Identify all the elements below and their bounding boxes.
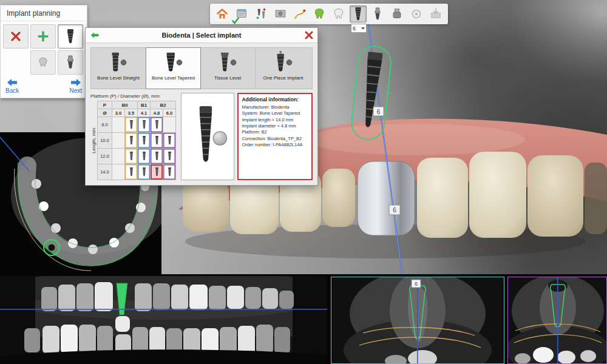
diameter-3.5: 3.5 xyxy=(125,109,138,117)
crown-icon xyxy=(332,7,345,21)
type-label: Tissue Level xyxy=(214,75,242,86)
green-tooth-icon xyxy=(313,7,326,21)
info-diameter: Implant diameter = 4.8 mm xyxy=(242,123,308,129)
screenshot-button[interactable] xyxy=(272,5,289,22)
info-manufacturer: Manufacturer: Biodenta xyxy=(242,104,308,110)
svg-text:6: 6 xyxy=(377,109,381,115)
implant-cell-10.0x3.0 xyxy=(112,133,125,149)
dialog-back-button[interactable] xyxy=(90,31,100,39)
diameter-4.1: 4.1 xyxy=(138,109,151,117)
implant-planning-panel: Implant planning xyxy=(0,5,87,98)
length-14.0: 14.0 xyxy=(98,164,112,180)
crown-tool-button[interactable] xyxy=(330,5,347,22)
size-selection-block: Platform (P) / Diameter (Ø), mm: Length,… xyxy=(90,93,178,180)
panoramic-view[interactable] xyxy=(0,276,327,364)
tooth-segmentation-button[interactable] xyxy=(311,5,328,22)
add-plus-icon xyxy=(38,31,49,42)
select-implant-dialog: Biodenta | Select implant Bone Level Str… xyxy=(85,27,318,186)
implant-preview-icon xyxy=(185,103,230,170)
type-one-piece[interactable]: One Piece Implant xyxy=(256,48,311,89)
prepared-crown-tooth-6 xyxy=(358,161,415,235)
implant-cell-12.0x4.8[interactable] xyxy=(151,149,163,164)
implant-size-grid: PB0B1B2Ø3.03.54.14.86.08.010.012.014.0 xyxy=(97,101,176,180)
implant-cell-8.0x4.8[interactable] xyxy=(151,117,163,133)
delete-implant-button[interactable] xyxy=(3,24,29,49)
platform-B0: B0 xyxy=(112,101,138,109)
implant-tool-button[interactable]: 6 xyxy=(350,5,367,22)
diameter-row-label: Ø xyxy=(98,109,112,117)
implant-site-label: 6 xyxy=(373,107,384,116)
implant-kit-button[interactable] xyxy=(253,5,270,22)
check-icon xyxy=(232,17,239,24)
type-bone-level-tapered[interactable]: Bone Level Tapered xyxy=(146,47,201,89)
info-connection: Connection: Biodenta_TP_B2 xyxy=(242,136,308,142)
info-platform: Platform: B2 xyxy=(242,129,308,135)
export-button xyxy=(427,5,444,22)
implant-icon xyxy=(65,29,76,44)
patient-data-button[interactable] xyxy=(233,5,250,22)
implant-kit-icon xyxy=(254,7,268,21)
info-order-number: Order number: I-PA48B2L14A xyxy=(242,142,308,148)
size-table-header: Platform (P) / Diameter (Ø), mm: xyxy=(90,93,178,101)
implant-cell-12.0x6.0[interactable] xyxy=(163,149,176,164)
implant-cell-12.0x3.5[interactable] xyxy=(125,149,138,164)
cross-section-buccal-view[interactable]: 6 xyxy=(331,277,504,364)
type-label: Bone Level Tapered xyxy=(152,75,195,86)
platform-B2: B2 xyxy=(151,101,176,109)
home-icon xyxy=(215,7,229,21)
select-abutment-button[interactable] xyxy=(58,50,83,75)
implant-one-piece-icon xyxy=(273,51,294,74)
dialog-title: Biodenta | Select implant xyxy=(162,32,242,39)
tooth-number-dropdown[interactable]: 6 xyxy=(351,24,367,33)
platform-row-label: P xyxy=(98,101,112,109)
implant-cell-12.0x4.1[interactable] xyxy=(138,149,151,164)
implant-type-strip: Bone Level Straight Bone Level Tapered T… xyxy=(90,47,313,89)
info-system: System: Bone Level Tapered xyxy=(242,110,308,116)
additional-information-panel: Additional information: Manufacturer: Bi… xyxy=(237,93,313,180)
implant-cell-14.0x4.8[interactable] xyxy=(151,164,163,180)
type-bone-level-straight[interactable]: Bone Level Straight xyxy=(91,48,146,89)
svg-text:6: 6 xyxy=(415,281,418,287)
dialog-close-button[interactable] xyxy=(305,31,313,39)
implant-cell-14.0x6.0[interactable] xyxy=(163,164,176,180)
implant-cell-10.0x4.8[interactable] xyxy=(151,133,163,149)
sleeve-tool-button[interactable] xyxy=(388,5,405,22)
implant-straight-icon xyxy=(108,51,129,74)
home-button[interactable] xyxy=(214,5,231,22)
planned-implant[interactable] xyxy=(361,52,383,128)
nerve-tool-button[interactable] xyxy=(291,5,308,22)
back-button[interactable]: Back xyxy=(5,78,19,94)
select-implant-button[interactable] xyxy=(58,24,83,49)
implant-cell-10.0x6.0[interactable] xyxy=(163,133,176,149)
implant-cell-10.0x4.1[interactable] xyxy=(138,133,151,149)
implant-cell-14.0x3.5[interactable] xyxy=(125,164,138,180)
implant-axial-core xyxy=(48,244,55,251)
implant-tissue-icon xyxy=(217,51,238,74)
articulator-icon xyxy=(410,7,423,21)
type-tissue-level[interactable]: Tissue Level xyxy=(200,48,256,89)
abutment-tool-button[interactable] xyxy=(369,5,386,22)
implant-cell-8.0x3.5[interactable] xyxy=(125,117,138,133)
chevron-down-icon xyxy=(361,27,365,30)
info-length: Implant length = 14.0 mm xyxy=(242,117,308,123)
abutment-icon xyxy=(65,55,76,70)
pano-slice-line[interactable] xyxy=(0,309,327,310)
info-title: Additional information: xyxy=(242,96,308,103)
implant-cell-14.0x4.1[interactable] xyxy=(138,164,151,180)
main-toolbar: 6 xyxy=(210,4,448,24)
add-implant-button[interactable] xyxy=(30,24,56,49)
cross-mid-axis-line xyxy=(417,277,418,363)
articulator-button xyxy=(408,5,425,22)
next-arrow-icon xyxy=(70,78,82,87)
implant-cell-10.0x3.5[interactable] xyxy=(125,133,138,149)
select-tooth-button[interactable] xyxy=(30,50,56,75)
delete-x-icon xyxy=(10,31,21,42)
implant-cell-8.0x4.1[interactable] xyxy=(138,117,151,133)
next-label: Next xyxy=(69,87,82,94)
implant-cell-8.0x3.0 xyxy=(112,117,125,133)
cross-mid-tooth-label: 6 xyxy=(412,280,421,288)
svg-text:6: 6 xyxy=(393,207,396,214)
length-10.0: 10.0 xyxy=(98,133,112,149)
cross-section-mesial-view[interactable] xyxy=(507,277,607,364)
next-button[interactable]: Next xyxy=(69,78,82,94)
